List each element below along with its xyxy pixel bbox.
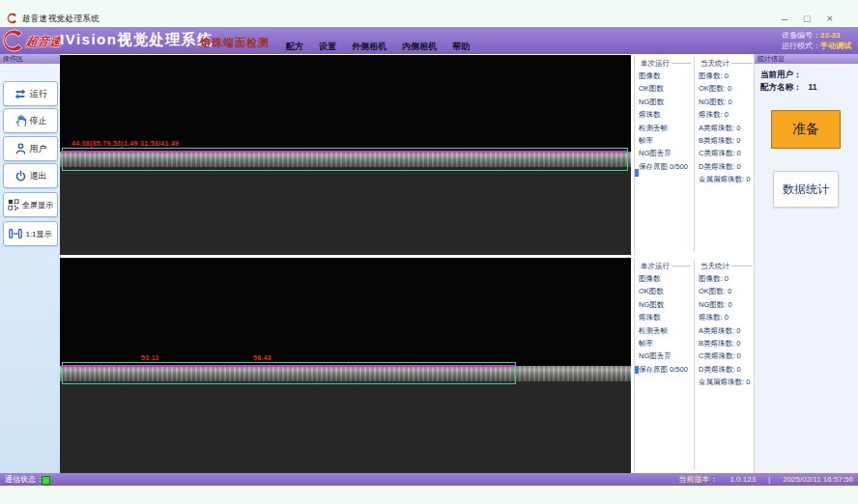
prepare-button[interactable]: 准备 [771,110,841,149]
run-mode-label: 运行模式： [782,42,820,50]
app-title: IVision视觉处理系统 [60,31,213,49]
stat-row: NG图数: 0 [699,298,753,311]
recipe-row: 配方名称：11 [760,82,817,94]
stat-row: D类熔珠数: 0 [699,160,753,173]
stat-row: 检测丢帧 [639,324,691,337]
measurement-annotation-left: 53.11 [141,354,159,361]
stats-panel-bottom: 单次运行 图像数 OK图数 NG图数 熔珠数 检测丢帧 帧率 NG图丢弃 保存原… [634,258,755,473]
edge-line-magenta [61,151,627,153]
menu-bar: 配方 设置 外侧相机 内侧相机 帮助 [286,41,470,53]
stat-row: OK图数 [639,82,691,95]
stat-row: 图像数 [639,70,691,82]
current-user-row: 当前用户： [760,70,802,81]
stat-row: 保存原图 0/500 [639,160,691,173]
exit-button-label: 退出 [30,170,47,182]
run-mode-value: 手动调试 [820,42,851,50]
version-info: 当前版本： 1.0.123 | 2025/02/11 16:57:56 [678,473,853,486]
menu-item-help[interactable]: 帮助 [452,41,470,53]
one-to-one-button-label: 1:1显示 [25,229,51,239]
power-icon [14,169,27,182]
group-title: 单次运行 [639,59,672,69]
recipe-name-value: 11 [809,82,817,92]
stat-row: 熔珠数 [639,311,691,323]
stat-row: OK图数: 0 [699,285,753,297]
close-button[interactable]: × [827,10,833,27]
app-logo-icon [7,13,18,24]
menu-item-inner-camera[interactable]: 内侧相机 [402,41,437,53]
one-to-one-button[interactable]: 1:1显示 [3,221,58,246]
app-header: 超音速 IVision视觉处理系统 熔珠端面检测 配方 设置 外侧相机 内侧相机… [0,27,858,54]
datetime: 2025/02/11 16:57:56 [783,473,853,486]
info-panel: 统计信息 当前用户： 配方名称：11 准备 数据统计 [754,54,858,473]
current-user-label: 当前用户： [760,70,802,79]
app-window: 超音速视觉处理系统 – □ × 超音速 IVision视觉处理系统 熔珠端面检测… [0,0,858,504]
stat-row: 保存原图 0/500 [639,363,691,376]
stat-row: OK图数: 0 [699,82,753,95]
stat-row: 熔珠数: 0 [699,311,753,323]
sidebar-caption: 操作区 [0,54,60,64]
brand-name: 超音速 [25,34,62,50]
menu-item-outer-camera[interactable]: 外侧相机 [352,41,386,53]
comm-status-label: 通信状态： [5,473,43,486]
stat-row: NG图数 [639,298,691,311]
stat-row: 熔珠数: 0 [699,108,753,121]
stat-row: NG图丢弃 [639,350,691,362]
run-button-label: 运行 [30,88,47,100]
stat-row: NG图丢弃 [639,147,691,159]
group-title: 当天统计 [699,262,731,271]
stop-button[interactable]: 停止 [3,108,58,133]
user-icon [14,142,27,155]
menu-item-recipe[interactable]: 配方 [286,41,303,53]
os-titlebar: 超音速视觉处理系统 – □ × [0,10,858,27]
stop-button-label: 停止 [30,115,47,127]
stat-row: 图像数: 0 [699,70,753,82]
fullscreen-button-label: 全屏显示 [22,200,53,210]
version-value: 1.0.123 [729,473,756,486]
version-label: 当前版本： [678,473,717,486]
user-button[interactable]: 用户 [3,136,58,161]
info-panel-caption: 统计信息 [755,54,858,64]
inner-camera-viewport: 53.11 56.43 [60,258,631,473]
divider: | [768,473,770,486]
data-stats-button[interactable]: 数据统计 [773,171,839,208]
app-subtitle: 熔珠端面检测 [200,36,270,50]
stat-row: B类熔珠数: 0 [699,134,753,147]
run-loop-icon [14,88,27,100]
fullscreen-button[interactable]: 全屏显示 [3,192,58,217]
stat-row: 检测丢帧 [639,122,691,134]
maximize-button[interactable]: □ [804,10,811,27]
edge-line-magenta [61,365,515,367]
window-title: 超音速视觉处理系统 [22,14,100,25]
minimize-button[interactable]: – [782,10,787,27]
exit-button[interactable]: 退出 [3,163,58,188]
stat-row: C类熔珠数: 0 [699,147,753,159]
fullscreen-grid-icon [8,199,19,210]
run-button[interactable]: 运行 [3,81,58,106]
outer-camera-viewport: 44.08(85.79,53)1.49 31.53/41.49 [60,55,631,255]
stats-panel-top: 单次运行 图像数 OK图数 NG图数 熔珠数 检测丢帧 帧率 NG图丢弃 保存原… [634,55,755,255]
stat-row: NG图数: 0 [699,96,753,108]
stop-hand-icon [14,114,27,127]
column-divider [694,57,695,251]
device-info: 设备编号：22-33 运行模式：手动调试 [782,30,851,51]
user-button-label: 用户 [30,143,47,155]
stat-row: A类熔珠数: 0 [699,324,753,337]
column-divider [694,260,695,469]
menu-item-settings[interactable]: 设置 [319,41,336,53]
status-bar: 通信状态： 当前版本： 1.0.123 | 2025/02/11 16:57:5… [0,473,858,486]
stat-row: 图像数 [639,272,691,285]
group-title: 当天统计 [699,59,731,69]
stat-row: C类熔珠数: 0 [699,350,753,362]
recipe-name-label: 配方名称： [760,82,802,92]
stat-row: 图像数: 0 [699,272,753,285]
brand-swoosh-icon [3,29,26,52]
measurement-annotation-right: 56.43 [253,354,272,361]
stat-row: B类熔珠数: 0 [699,337,753,350]
viewport-lower-region [60,167,631,255]
today-stats-group: 当天统计 图像数: 0 OK图数: 0 NG图数: 0 熔珠数: 0 A类熔珠数… [699,266,753,389]
stat-row: A类熔珠数: 0 [699,122,753,134]
viewport-lower-region [60,381,631,473]
measurement-annotation: 44.08(85.79,53)1.49 31.53/41.49 [72,140,179,147]
window-controls: – □ × [782,10,833,27]
device-id-label: 设备编号： [782,31,820,40]
